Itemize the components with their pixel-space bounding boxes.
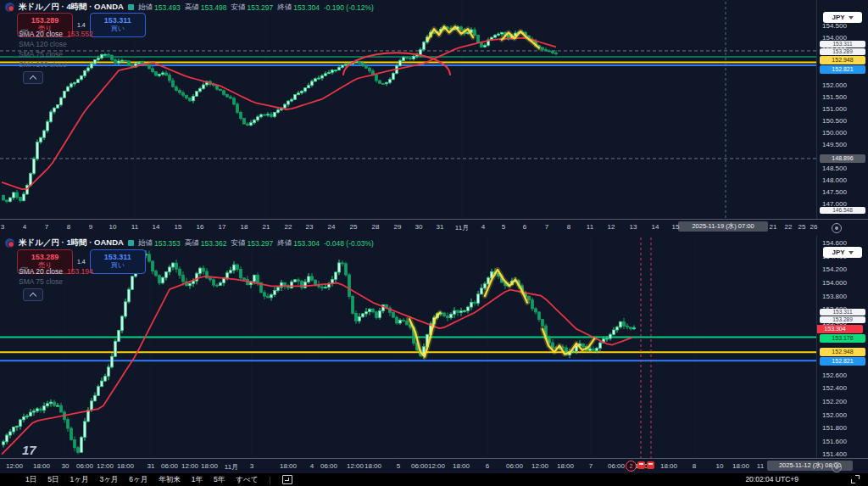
- price-tick-label: 151.600: [822, 438, 847, 445]
- time-tick-label: 5: [397, 462, 400, 470]
- candle-body: [403, 321, 405, 321]
- candle-body: [43, 131, 46, 137]
- candle-body: [94, 59, 97, 64]
- candle-body: [403, 57, 405, 60]
- scroll-to-realtime-icon[interactable]: [832, 223, 842, 233]
- price-tick-label: 151.500: [822, 93, 847, 101]
- chart-pane-1h[interactable]: 米ドル／円 · 1時間 · OANDA 始値 153.353 高値 153.36…: [0, 236, 816, 458]
- candle-body: [60, 98, 63, 104]
- candle-body: [267, 296, 270, 298]
- price-level-label: 153.289: [820, 48, 865, 55]
- candle-body: [311, 277, 314, 280]
- time-tick-label: 11: [757, 462, 764, 470]
- candle-body: [287, 101, 290, 104]
- legend-sma75[interactable]: SMA 75 close: [19, 277, 93, 287]
- time-axis-4h[interactable]: 2025-11-19 (水) 07:00 3478910111415161718…: [0, 219, 868, 236]
- candle-body: [70, 84, 73, 87]
- range-5d[interactable]: 5日: [47, 475, 58, 485]
- candle-body: [165, 272, 168, 278]
- candle-body: [325, 74, 327, 75]
- clock-timezone[interactable]: 20:02:04 UTC+9: [745, 475, 798, 483]
- symbol-icon: [5, 3, 14, 12]
- currency-dropdown[interactable]: JPY: [823, 247, 862, 258]
- candle-body: [87, 411, 90, 422]
- range-1d[interactable]: 1日: [25, 475, 36, 485]
- candle-body: [159, 75, 161, 75]
- candle-body: [114, 341, 117, 356]
- legend-sma120[interactable]: SMA 120 close: [19, 39, 93, 49]
- symbol-title[interactable]: 米ドル／円 · 4時間 · OANDA: [19, 2, 124, 13]
- candle-body: [376, 75, 378, 81]
- close-value: 153.304: [293, 239, 320, 248]
- candle-body: [67, 87, 70, 91]
- goto-date-icon[interactable]: [282, 475, 292, 484]
- range-5y[interactable]: 5年: [214, 475, 225, 485]
- candle-body: [542, 320, 544, 327]
- economic-event-icon[interactable]: [637, 461, 645, 469]
- candle-body: [331, 70, 334, 73]
- chart-header-4h: 米ドル／円 · 4時間 · OANDA 始値 153.493 高値 153.49…: [5, 2, 374, 13]
- range-3m[interactable]: 3ヶ月: [99, 475, 118, 485]
- legend-sma75[interactable]: SMA 75 close: [19, 49, 93, 59]
- time-tick-label: 12:00: [6, 462, 23, 470]
- visibility-eye-icon[interactable]: [19, 266, 29, 274]
- time-tick-label: 06:00: [320, 462, 337, 470]
- range-1y[interactable]: 1年: [192, 475, 203, 485]
- buy-button[interactable]: 153.311 買い: [90, 13, 146, 37]
- legend-sma100[interactable]: SMA 100 close: [19, 59, 93, 70]
- time-tick-label: 11月: [455, 223, 469, 232]
- legend-sma20[interactable]: SMA 20 close 153.552: [19, 29, 93, 39]
- economic-event-icon[interactable]: [647, 461, 654, 469]
- candle-body: [453, 310, 456, 314]
- chart-pane-4h[interactable]: 米ドル／円 · 4時間 · OANDA 始値 153.493 高値 153.49…: [0, 0, 816, 219]
- price-tick-label: 147.500: [822, 188, 847, 196]
- currency-dropdown[interactable]: JPY: [823, 12, 862, 23]
- time-tick-label: 14: [652, 223, 659, 231]
- fullscreen-expand-icon[interactable]: [851, 475, 860, 483]
- candle-body: [392, 74, 395, 80]
- price-axis-1h[interactable]: JPY 154.600154.400154.200154.000153.8001…: [816, 236, 868, 458]
- candle-body: [77, 80, 80, 83]
- range-1m[interactable]: 1ヶ月: [70, 475, 88, 485]
- candle-body: [226, 94, 229, 97]
- buy-button[interactable]: 153.311 買い: [90, 249, 146, 274]
- price-tick-label: 151.000: [822, 105, 847, 113]
- candle-body: [338, 67, 341, 70]
- event-count-badge[interactable]: 2: [626, 461, 637, 472]
- symbol-title[interactable]: 米ドル／円 · 1時間 · OANDA: [19, 237, 124, 249]
- candle-body: [555, 53, 558, 53]
- candle-body: [243, 278, 246, 280]
- legend-sma20[interactable]: SMA 20 close 153.194: [19, 266, 93, 277]
- time-tick-label: 18:00: [557, 462, 574, 470]
- range-all[interactable]: すべて: [236, 475, 258, 485]
- candle-body: [13, 193, 15, 198]
- candle-body: [33, 159, 36, 173]
- candle-body: [396, 317, 398, 323]
- time-tick-label: 13: [630, 223, 637, 231]
- price-tick-label: 154.600: [822, 239, 847, 247]
- price-level-label: 152.821: [820, 65, 865, 74]
- range-ytd[interactable]: 年初来: [159, 475, 181, 485]
- candle-body: [3, 442, 5, 444]
- candle-body: [57, 105, 59, 109]
- price-tick-label: 149.500: [822, 141, 847, 148]
- range-6m[interactable]: 6ヶ月: [129, 475, 147, 485]
- candle-body: [633, 328, 636, 329]
- candle-body: [19, 420, 22, 427]
- candle-body: [30, 174, 32, 186]
- candle-body: [233, 265, 236, 271]
- collapse-legend-button[interactable]: [23, 71, 43, 84]
- candle-body: [223, 91, 225, 94]
- candle-body: [213, 280, 215, 285]
- scroll-to-realtime-icon[interactable]: [832, 462, 842, 472]
- collapse-legend-button[interactable]: [23, 288, 43, 301]
- candle-body: [345, 264, 348, 275]
- low-value: 153.297: [247, 239, 273, 248]
- price-level-label: 153.178: [820, 334, 865, 343]
- price-tick-label: 150.500: [822, 117, 847, 125]
- spread-value: 1.4: [77, 259, 86, 265]
- price-axis-4h[interactable]: JPY 154.500154.000153.500152.000151.5001…: [816, 0, 868, 219]
- candle-body: [406, 57, 409, 58]
- visibility-eye-icon[interactable]: [19, 29, 29, 36]
- time-axis-1h[interactable]: 2 2025-11-12 (水) 08:00 12:0018:003006:00…: [0, 458, 868, 473]
